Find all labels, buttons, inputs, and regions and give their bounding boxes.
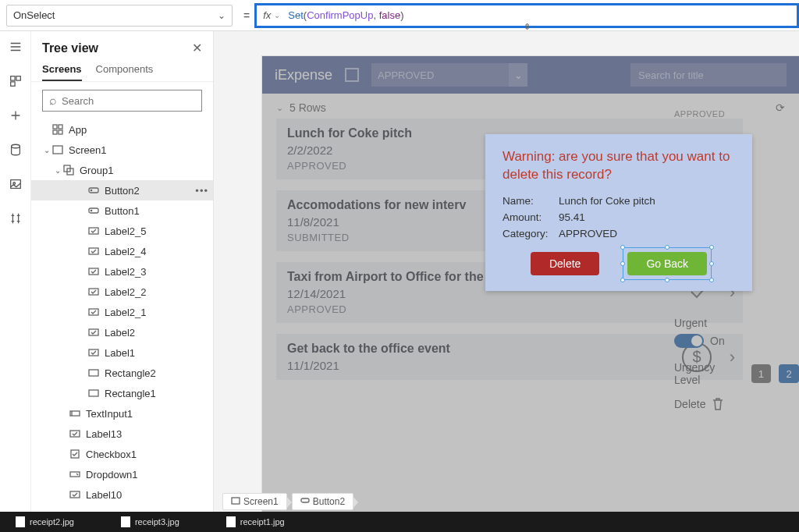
- hamburger-icon[interactable]: [8, 39, 23, 55]
- svg-point-3: [11, 144, 20, 148]
- tree-node-button1[interactable]: Button1: [31, 200, 213, 221]
- chevron-down-icon: ⌄: [509, 63, 527, 87]
- advanced-tools-icon[interactable]: [8, 211, 23, 226]
- tree-node-label2-4[interactable]: Label2_4: [31, 241, 213, 261]
- svg-rect-8: [53, 130, 57, 134]
- delete-button[interactable]: Delete: [531, 252, 599, 275]
- svg-point-16: [91, 210, 91, 211]
- svg-rect-28: [71, 450, 79, 458]
- tree-node-button2[interactable]: Button2•••: [31, 180, 213, 200]
- delete-action[interactable]: Delete: [674, 397, 799, 411]
- filter-checkbox[interactable]: [345, 68, 359, 82]
- canvas-area: iExpense APPROVED ⌄ Search for title ▲ ⌄…: [214, 31, 799, 512]
- tree-node-screen1[interactable]: ⌄Screen1: [31, 140, 213, 160]
- tree-node-app[interactable]: App: [31, 119, 213, 140]
- svg-rect-32: [301, 498, 309, 502]
- tree-node-checkbox1[interactable]: Checkbox1: [31, 444, 213, 464]
- app-canvas[interactable]: iExpense APPROVED ⌄ Search for title ▲ ⌄…: [262, 56, 799, 512]
- status-filter-dropdown[interactable]: APPROVED ⌄: [371, 63, 527, 87]
- taskbar-item[interactable]: receipt2.jpg: [16, 516, 74, 527]
- svg-rect-19: [89, 268, 98, 275]
- tree-node-label1[interactable]: Label1: [31, 342, 213, 363]
- resize-handle-icon[interactable]: ⇕: [524, 22, 531, 32]
- list-item[interactable]: Get back to the office event 11/1/2021 $…: [276, 334, 743, 380]
- svg-point-14: [91, 190, 91, 190]
- go-back-button[interactable]: Go Back: [627, 252, 707, 275]
- svg-rect-21: [89, 309, 98, 315]
- tree-view-icon[interactable]: [8, 73, 23, 89]
- tree-body: App ⌄Screen1 ⌄Group1 Button2••• Button1 …: [31, 119, 213, 512]
- chevron-down-icon[interactable]: ⌄: [274, 11, 280, 20]
- tree-node-dropdown1[interactable]: Dropdown1: [31, 464, 213, 484]
- tab-components[interactable]: Components: [96, 59, 154, 81]
- tree-node-group1[interactable]: ⌄Group1: [31, 160, 213, 180]
- popup-category-value: APPROVED: [559, 228, 617, 239]
- tree-search-input[interactable]: [62, 95, 195, 107]
- svg-rect-0: [10, 76, 14, 80]
- tree-node-label13[interactable]: Label13: [31, 424, 213, 444]
- trash-icon: [712, 397, 724, 411]
- data-icon[interactable]: [8, 142, 23, 158]
- search-icon: ⌕: [49, 94, 57, 108]
- svg-rect-17: [89, 228, 98, 234]
- svg-rect-30: [70, 491, 80, 498]
- status-badge: APPROVED: [674, 109, 799, 119]
- tree-view-panel: Tree view ✕ Screens Components ⌕ App ⌄Sc…: [31, 31, 214, 512]
- taskbar-item[interactable]: receipt1.jpg: [226, 516, 285, 527]
- equals-label: =: [239, 9, 254, 22]
- urgency-level-label: Urgency Level: [674, 361, 744, 386]
- taskbar-item[interactable]: receipt3.jpg: [121, 516, 179, 527]
- svg-rect-7: [59, 125, 62, 129]
- urgency-pill-2[interactable]: 2: [779, 364, 799, 383]
- svg-rect-1: [16, 76, 20, 80]
- title-search-input[interactable]: Search for title: [630, 63, 787, 87]
- tree-node-label2-5[interactable]: Label2_5: [31, 221, 213, 241]
- fx-icon: fx: [263, 9, 271, 21]
- more-icon[interactable]: •••: [195, 185, 208, 197]
- svg-rect-24: [89, 370, 98, 376]
- property-selector[interactable]: OnSelect ⌄: [6, 5, 233, 27]
- urgent-label: Urgent: [674, 317, 799, 329]
- tree-node-label2-1[interactable]: Label2_1: [31, 302, 213, 322]
- svg-rect-22: [89, 329, 98, 335]
- confirm-popup: Warning: are you sure that you want to d…: [485, 134, 752, 291]
- media-icon[interactable]: [8, 176, 23, 192]
- svg-point-5: [12, 183, 15, 185]
- tree-node-rectangle2[interactable]: Rectangle2: [31, 363, 213, 383]
- app-header: iExpense APPROVED ⌄ Search for title: [262, 56, 799, 94]
- tree-node-textinput1[interactable]: TextInput1: [31, 403, 213, 424]
- tree-node-label2-2[interactable]: Label2_2: [31, 282, 213, 302]
- formula-bar[interactable]: fx ⌄ Set(ConfirmPopUp, false) ⇕: [254, 3, 799, 28]
- svg-rect-25: [89, 390, 98, 396]
- tree-node-label2-3[interactable]: Label2_3: [31, 261, 213, 282]
- breadcrumb-control[interactable]: Button2: [292, 493, 353, 510]
- tab-screens[interactable]: Screens: [42, 59, 82, 81]
- urgent-toggle[interactable]: On: [674, 334, 725, 348]
- breadcrumb-screen[interactable]: Screen1: [222, 493, 287, 510]
- urgency-pill-1[interactable]: 1: [751, 364, 772, 383]
- tree-node-rectangle1[interactable]: Rectangle1: [31, 383, 213, 403]
- popup-warning-text: Warning: are you sure that you want to d…: [502, 148, 735, 184]
- svg-rect-27: [70, 431, 80, 437]
- tree-tabs: Screens Components: [31, 59, 213, 82]
- insert-icon[interactable]: [8, 108, 23, 123]
- property-name: OnSelect: [13, 9, 55, 21]
- left-rail: [0, 31, 31, 512]
- top-bar: OnSelect ⌄ = fx ⌄ Set(ConfirmPopUp, fals…: [0, 0, 799, 31]
- app-brand: iExpense: [275, 67, 332, 83]
- close-icon[interactable]: ✕: [192, 41, 202, 55]
- file-icon: [16, 516, 25, 527]
- chevron-down-icon: ⌄: [218, 10, 225, 21]
- tree-search[interactable]: ⌕: [42, 90, 202, 112]
- svg-rect-9: [59, 130, 62, 134]
- chevron-down-icon[interactable]: ⌄: [276, 103, 283, 113]
- svg-rect-31: [232, 498, 240, 504]
- breadcrumb: Screen1 Button2: [222, 493, 353, 510]
- tree-node-label10[interactable]: Label10: [31, 484, 213, 505]
- formula-text[interactable]: Set(ConfirmPopUp, false): [288, 9, 403, 21]
- taskbar: receipt2.jpg receipt3.jpg receipt1.jpg: [0, 512, 799, 532]
- popup-category-label: Category:: [502, 228, 559, 239]
- svg-rect-10: [53, 146, 62, 154]
- rows-count: 5 Rows: [289, 101, 326, 114]
- tree-node-label2[interactable]: Label2: [31, 322, 213, 342]
